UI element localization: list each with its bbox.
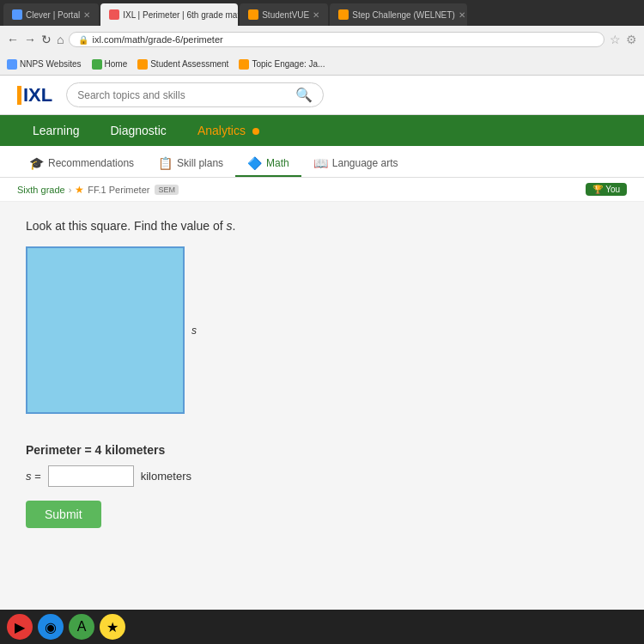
- step-tab-label: Step Challenge (WELNET): [352, 10, 455, 20]
- breadcrumb-skill: FF.1 Perimeter: [88, 185, 149, 195]
- side-label: s: [191, 325, 197, 337]
- breadcrumb-sep: ›: [69, 185, 72, 195]
- answer-input[interactable]: [48, 465, 134, 487]
- taskbar: ▶ ◉ A ★: [0, 610, 644, 644]
- search-box[interactable]: 🔍: [66, 82, 324, 107]
- step-tab-icon: [338, 9, 349, 20]
- studentvue-tab-close[interactable]: ✕: [313, 10, 319, 20]
- bookmarks-bar: NNPS Websites Home Student Assessment To…: [0, 53, 644, 76]
- home-label: Home: [105, 59, 128, 69]
- answer-section: Perimeter = 4 kilometers s = kilometers …: [26, 443, 618, 528]
- taskbar-app2[interactable]: ★: [100, 614, 125, 640]
- input-row: s = kilometers: [26, 465, 618, 487]
- blue-square: s: [26, 246, 185, 414]
- url-bar[interactable]: 🔒 ixl.com/math/grade-6/perimeter: [69, 32, 605, 47]
- sub-tab-language-arts[interactable]: 📖 Language arts: [301, 151, 410, 177]
- ixl-tab-label: IXL | Perimeter | 6th grade math: [123, 10, 238, 20]
- ixl-logo-text: IXL: [23, 84, 52, 106]
- tab-step[interactable]: Step Challenge (WELNET) ✕: [330, 3, 467, 26]
- topic-label: Topic Engage: Ja...: [252, 59, 325, 69]
- bookmark-nnps[interactable]: NNPS Websites: [7, 59, 82, 70]
- input-label: s =: [26, 470, 41, 483]
- bookmark-star[interactable]: ☆: [610, 33, 621, 46]
- tab-bar: Clever | Portal ✕ IXL | Perimeter | 6th …: [0, 0, 644, 26]
- nnps-label: NNPS Websites: [20, 59, 82, 69]
- studentvue-tab-icon: [248, 9, 258, 20]
- back-button[interactable]: ←: [7, 33, 19, 46]
- lock-icon: 🔒: [78, 35, 88, 45]
- address-bar: ← → ↻ ⌂ 🔒 ixl.com/math/grade-6/perimeter…: [0, 26, 644, 53]
- taskbar-youtube[interactable]: ▶: [7, 614, 33, 640]
- assessment-label: Student Assessment: [150, 59, 228, 69]
- tab-analytics[interactable]: Analytics: [182, 115, 275, 146]
- sem-badge: SEM: [155, 185, 179, 195]
- ixl-logo: IXL: [17, 84, 52, 106]
- clever-tab-close[interactable]: ✕: [83, 10, 90, 20]
- diagnostic-label: Diagnostic: [111, 124, 167, 137]
- topic-icon: [239, 59, 249, 70]
- breadcrumb-star: ★: [75, 184, 84, 196]
- home-icon: [92, 59, 102, 70]
- skill-plans-icon: 📋: [158, 156, 173, 170]
- refresh-button[interactable]: ↻: [41, 33, 52, 46]
- tab-studentvue[interactable]: StudentVUE ✕: [240, 3, 328, 26]
- learning-label: Learning: [33, 124, 80, 137]
- nav-tabs: Learning Diagnostic Analytics: [0, 115, 644, 146]
- language-arts-icon: 📖: [313, 156, 328, 170]
- recommendations-label: Recommendations: [48, 157, 134, 169]
- bookmark-topic[interactable]: Topic Engage: Ja...: [239, 59, 325, 70]
- breadcrumb-grade[interactable]: Sixth grade: [17, 185, 65, 195]
- language-arts-label: Language arts: [332, 157, 398, 169]
- ixl-logo-bar: [17, 86, 21, 105]
- math-label: Math: [266, 157, 289, 169]
- url-text: ixl.com/math/grade-6/perimeter: [92, 34, 222, 45]
- unit-label: kilometers: [141, 470, 191, 483]
- extensions-icon[interactable]: ⚙: [626, 33, 637, 46]
- forward-button[interactable]: →: [24, 33, 36, 46]
- sub-tab-math[interactable]: 🔷 Math: [235, 151, 301, 177]
- sub-tab-recommendations[interactable]: 🎓 Recommendations: [17, 151, 146, 177]
- taskbar-chrome[interactable]: ◉: [38, 614, 64, 640]
- diagram-container: s: [26, 246, 185, 414]
- taskbar-app1[interactable]: A: [69, 614, 94, 640]
- you-badge: 🏆 You: [586, 183, 627, 196]
- recommendations-icon: 🎓: [29, 156, 44, 170]
- perimeter-text: Perimeter = 4 kilometers: [26, 443, 618, 457]
- tab-ixl[interactable]: IXL | Perimeter | 6th grade math ✕: [100, 3, 238, 26]
- tab-clever[interactable]: Clever | Portal ✕: [3, 3, 99, 26]
- sub-tab-skill-plans[interactable]: 📋 Skill plans: [146, 151, 235, 177]
- step-tab-close[interactable]: ✕: [459, 10, 465, 20]
- ixl-tab-icon: [109, 9, 119, 20]
- skill-plans-label: Skill plans: [177, 157, 223, 169]
- submit-button[interactable]: Submit: [26, 501, 101, 528]
- bookmark-home[interactable]: Home: [92, 59, 128, 70]
- search-input[interactable]: [77, 89, 295, 101]
- sub-tabs: 🎓 Recommendations 📋 Skill plans 🔷 Math 📖…: [0, 146, 644, 178]
- clever-tab-icon: [12, 9, 22, 20]
- clever-tab-label: Clever | Portal: [26, 10, 80, 20]
- analytics-label: Analytics: [197, 124, 246, 137]
- search-icon: 🔍: [295, 87, 313, 103]
- you-icon: 🏆: [592, 185, 603, 194]
- ixl-header: IXL 🔍: [0, 76, 644, 115]
- main-content: Look at this square. Find the value of s…: [0, 202, 644, 545]
- question-static: Look at this square. Find the value of: [26, 219, 226, 233]
- you-label: You: [605, 185, 620, 194]
- browser-chrome: Clever | Portal ✕ IXL | Perimeter | 6th …: [0, 0, 644, 76]
- assessment-icon: [137, 59, 148, 70]
- home-button[interactable]: ⌂: [57, 33, 64, 46]
- nav-dot: [252, 128, 259, 135]
- tab-learning[interactable]: Learning: [17, 115, 95, 146]
- bookmark-assessment[interactable]: Student Assessment: [137, 59, 228, 70]
- question-text: Look at this square. Find the value of s…: [26, 219, 618, 233]
- webpage: IXL 🔍 Learning Diagnostic Analytics 🎓 Re…: [0, 76, 644, 618]
- tab-diagnostic[interactable]: Diagnostic: [95, 115, 182, 146]
- breadcrumb: Sixth grade › ★ FF.1 Perimeter SEM 🏆 You: [0, 178, 644, 202]
- math-icon: 🔷: [247, 156, 262, 170]
- studentvue-tab-label: StudentVUE: [262, 10, 309, 20]
- nnps-icon: [7, 59, 17, 70]
